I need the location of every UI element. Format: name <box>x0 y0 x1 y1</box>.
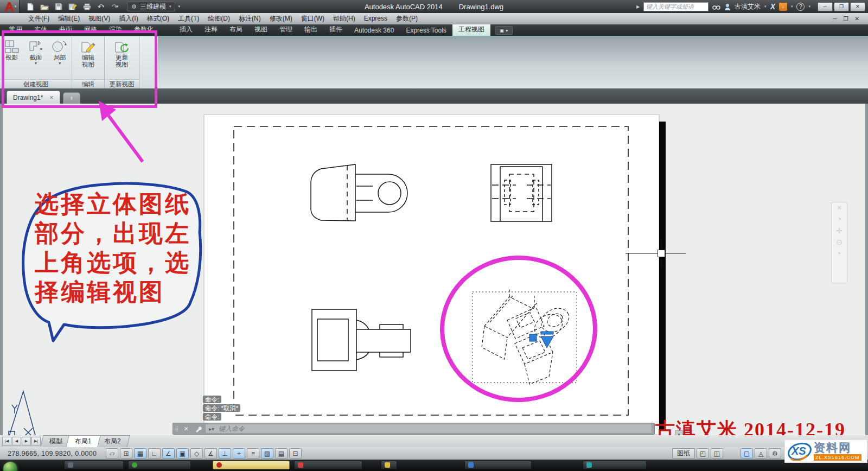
menu-parametric[interactable]: 参数(P) <box>392 13 422 24</box>
taskbar-button[interactable] <box>128 461 191 469</box>
command-line-bar[interactable]: ⣿ ✕ ▸▾ <box>173 423 655 435</box>
menu-file[interactable]: 文件(F) <box>24 13 54 24</box>
menu-help[interactable]: 帮助(H) <box>329 13 360 24</box>
menu-draw[interactable]: 绘图(D) <box>203 13 234 24</box>
taskbar-button[interactable] <box>64 461 124 469</box>
snap-mode-toggle[interactable]: ⊞ <box>120 448 132 459</box>
qat-customize-button[interactable]: ▾ <box>178 4 180 9</box>
infer-constraints-toggle[interactable]: ▱ <box>106 448 118 459</box>
workspace-selector[interactable]: ⚙ 三维建模 ▾ <box>127 2 175 11</box>
tab-layout[interactable]: 布局 <box>224 23 248 36</box>
dynamic-input-toggle[interactable]: ＋ <box>233 448 245 459</box>
tab-view[interactable]: 视图 <box>248 23 273 36</box>
quick-properties-toggle[interactable]: ▤ <box>275 448 288 459</box>
transparency-toggle[interactable]: ▨ <box>261 448 273 459</box>
help-button[interactable]: ? <box>796 3 805 11</box>
coordinates-readout: 278.9665, 109.9820, 0.0000 <box>8 450 104 457</box>
lineweight-toggle[interactable]: ≡ <box>247 448 259 459</box>
quick-view-drawings-button[interactable]: ◫ <box>711 448 723 459</box>
tab-annotate[interactable]: 注释 <box>199 23 224 36</box>
chevron-down-icon[interactable]: ▾ <box>838 250 840 257</box>
command-input[interactable] <box>218 424 648 433</box>
search-binoculars-icon[interactable] <box>712 4 720 10</box>
grid-display-toggle[interactable]: ▦ <box>134 448 146 459</box>
prev-layout-button[interactable]: ◀ <box>12 437 21 445</box>
workspace-switch-gear-button[interactable]: ⚙ <box>769 448 781 459</box>
chevron-down-icon: ▾ <box>808 4 810 9</box>
steering-wheel-icon[interactable]: ◔ <box>837 216 841 222</box>
close-icon[interactable]: ✕ <box>837 205 842 211</box>
tab-layout1[interactable]: 布局1 <box>66 435 100 447</box>
selection-cycling-toggle[interactable]: ⊟ <box>289 448 302 459</box>
command-close-button[interactable]: ✕ <box>180 423 192 434</box>
first-layout-button[interactable]: |◀ <box>2 437 11 445</box>
tab-drawing-views[interactable]: 工程视图 <box>452 23 490 36</box>
command-prompt-icon[interactable]: ▸▾ <box>209 426 214 432</box>
tab-manage[interactable]: 管理 <box>273 23 298 36</box>
download-updates-icon[interactable]: ↓ <box>779 3 787 11</box>
minimize-button[interactable]: ─ <box>818 2 833 11</box>
taskbar-button[interactable] <box>583 461 647 469</box>
pan-hand-icon[interactable]: ✛ <box>836 227 843 234</box>
window-controls: ─ ❐ ✕ <box>818 2 865 11</box>
new-file-button[interactable] <box>24 1 37 12</box>
command-history-line: 命令: <box>203 413 221 421</box>
navigation-bar[interactable]: ✕ ◔ ✛ ⊙ ▾ <box>831 202 847 283</box>
paper-model-button[interactable]: 图纸 <box>672 448 695 459</box>
taskbar-button[interactable] <box>381 461 397 469</box>
start-button[interactable] <box>3 462 17 471</box>
menu-window[interactable]: 窗口(W) <box>297 13 329 24</box>
save-button[interactable] <box>52 1 65 12</box>
menu-insert[interactable]: 插入(I) <box>114 13 142 24</box>
menu-edit[interactable]: 编辑(E) <box>54 13 84 24</box>
search-input[interactable] <box>643 2 709 11</box>
save-as-button[interactable] <box>66 1 79 12</box>
command-input-field[interactable]: ▸▾ <box>205 424 652 434</box>
tab-autodesk360[interactable]: Autodesk 360 <box>348 25 400 36</box>
last-layout-button[interactable]: ▶| <box>31 437 41 445</box>
3d-object-snap-toggle[interactable]: ◇ <box>190 448 203 459</box>
menu-dimension[interactable]: 标注(N) <box>234 13 265 24</box>
exchange-apps-button[interactable]: X <box>770 2 775 11</box>
redo-button[interactable]: ↷▾ <box>108 1 122 12</box>
taskbar-button[interactable] <box>464 461 532 469</box>
annotation-visibility-button[interactable]: ◬ <box>755 448 767 459</box>
open-file-button[interactable] <box>38 1 51 12</box>
menu-modify[interactable]: 修改(M) <box>265 13 297 24</box>
next-layout-button[interactable]: ▶ <box>22 437 31 445</box>
tab-insert[interactable]: 插入 <box>174 23 199 36</box>
ortho-mode-toggle[interactable]: ∟ <box>148 448 161 459</box>
signed-in-user[interactable]: 古滇艾米 <box>735 2 761 11</box>
menu-express[interactable]: Express <box>360 13 392 24</box>
tab-express-tools[interactable]: Express Tools <box>400 25 452 36</box>
polar-tracking-toggle[interactable]: ∠ <box>162 448 175 459</box>
tab-plugins[interactable]: 插件 <box>323 23 348 36</box>
menu-view[interactable]: 视图(V) <box>84 13 114 24</box>
doc-minimize-button[interactable]: ─ <box>833 16 837 22</box>
close-button[interactable]: ✕ <box>850 2 865 11</box>
menu-tools[interactable]: 工具(T) <box>174 13 203 24</box>
taskbar-button[interactable] <box>294 461 362 469</box>
square-grip[interactable] <box>529 334 537 341</box>
autocad-app-button[interactable]: ▾ <box>0 0 20 13</box>
doc-close-button[interactable]: ✕ <box>855 16 859 22</box>
zoom-icon[interactable]: ⊙ <box>836 239 843 245</box>
dynamic-ucs-toggle[interactable]: ⊥ <box>219 448 231 459</box>
quick-view-layouts-button[interactable]: ◰ <box>697 448 709 459</box>
document-window-controls: ─ ❐ ✕ <box>833 16 868 22</box>
restore-button[interactable]: ❐ <box>834 2 849 11</box>
bar-grip[interactable] <box>541 332 553 334</box>
menu-format[interactable]: 格式(O) <box>143 13 174 24</box>
undo-button[interactable]: ↶▾ <box>94 1 107 12</box>
taskbar-button-active[interactable] <box>213 461 290 469</box>
object-snap-toggle[interactable]: ▣ <box>176 448 189 459</box>
plot-button[interactable] <box>80 1 93 12</box>
ribbon-minimize-button[interactable]: ▣▾ <box>495 26 513 35</box>
annotation-scale-button[interactable]: ▢ <box>741 448 753 459</box>
drag-handle-icon[interactable]: ⣿ <box>173 426 180 431</box>
tab-output[interactable]: 输出 <box>298 23 323 36</box>
doc-restore-button[interactable]: ❐ <box>844 16 848 22</box>
object-snap-tracking-toggle[interactable]: ∡ <box>205 448 217 459</box>
customize-wrench-icon[interactable] <box>192 423 204 434</box>
quick-access-toolbar: ↶▾ ↷▾ <box>24 1 122 12</box>
